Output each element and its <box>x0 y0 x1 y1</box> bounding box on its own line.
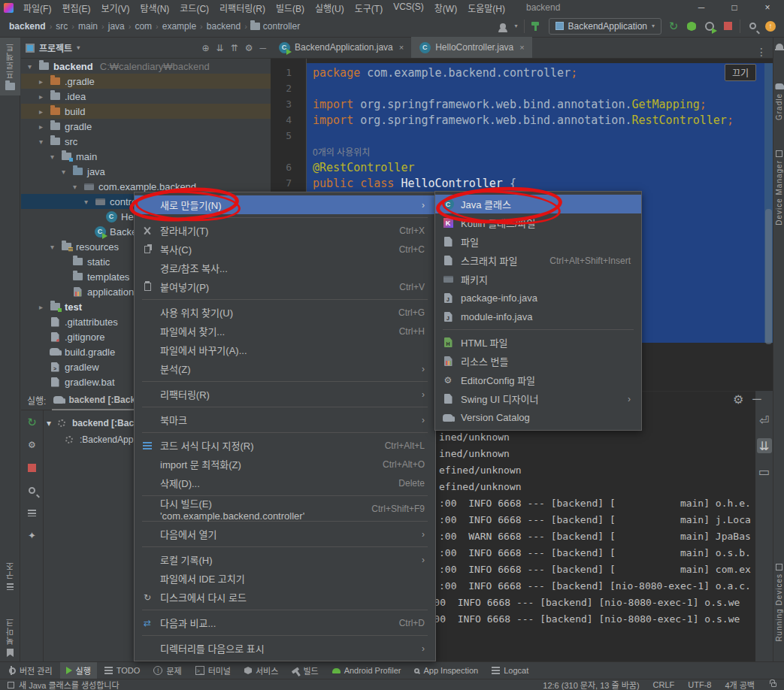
context-menu-item[interactable]: 다시 빌드(E) 'com.example.backend.controller… <box>135 499 435 518</box>
locate-file-button[interactable]: ⊕ <box>202 43 210 53</box>
breadcrumb-item[interactable]: example <box>161 21 198 32</box>
toolwindow-button-android-profiler[interactable]: Android Profiler <box>326 664 407 677</box>
submenu-item[interactable]: 리소스 번들 <box>435 352 641 371</box>
stripe-project-button[interactable]: 프로젝트 <box>0 38 20 95</box>
console-settings-icon[interactable]: ⚙ <box>733 392 743 407</box>
panel-options-button[interactable]: ⚙ <box>245 43 253 53</box>
update-available-icon[interactable]: ↑ <box>764 20 776 32</box>
context-menu-item[interactable]: 잘라내기(T)Ctrl+X <box>135 221 435 240</box>
search-everywhere-button[interactable] <box>746 20 758 32</box>
context-menu-item[interactable]: 다음에서 열기› <box>135 525 435 543</box>
stop-button[interactable] <box>722 20 734 32</box>
menubar-item[interactable]: 코드(C) <box>174 0 214 16</box>
stripe-device-manager-button[interactable]: Device Manager <box>773 150 784 225</box>
breadcrumb-item[interactable]: backend <box>205 21 242 32</box>
caret-position[interactable]: 12:6 (310 문자, 13 줄 바꿈) <box>543 679 639 690</box>
tree-row[interactable]: ▾main <box>21 149 271 164</box>
context-menu-item[interactable]: 리팩터링(R)› <box>135 385 435 404</box>
tree-row[interactable]: ▸build <box>21 104 271 119</box>
context-menu-item[interactable]: 파일에서 찾기...Ctrl+H <box>135 322 435 340</box>
submenu-item[interactable]: Swing UI 디자이너› <box>435 389 641 408</box>
layout-button[interactable] <box>26 507 38 519</box>
tree-chevron[interactable]: ▾ <box>48 243 56 251</box>
menubar-item[interactable]: 실행(U) <box>310 0 350 16</box>
indent-indicator[interactable]: 4개 공백 <box>725 679 755 690</box>
tab-close-icon[interactable]: × <box>519 43 524 52</box>
toolwindow-button--[interactable]: 실행 <box>60 662 97 679</box>
breadcrumb-item[interactable]: src <box>54 21 69 32</box>
menubar-item[interactable]: 리팩터링(R) <box>214 0 271 16</box>
breadcrumb-item[interactable]: main <box>77 21 99 32</box>
tree-row[interactable]: ▸.gradle <box>21 74 271 89</box>
menubar-item[interactable]: 탐색(N) <box>135 0 175 16</box>
submenu-item[interactable]: KKotlin 클래스/파일 <box>435 213 641 232</box>
tree-row[interactable]: ▾src <box>21 134 271 149</box>
menubar-item[interactable]: 보기(V) <box>95 0 135 16</box>
toolwindow-button--[interactable]: 빌드 <box>286 662 324 679</box>
context-menu-item[interactable]: 경로/참조 복사... <box>135 259 435 277</box>
editor-tab[interactable]: CHelloController.java× <box>411 37 532 58</box>
soft-wrap-button[interactable]: ⏎ <box>757 413 772 428</box>
breadcrumb-item[interactable]: java <box>107 21 126 32</box>
tree-chevron[interactable]: ▸ <box>37 303 45 311</box>
tree-chevron[interactable]: ▸ <box>37 77 45 86</box>
menubar-item[interactable]: 파일(F) <box>18 0 56 16</box>
toolwindow-button--[interactable]: >_터미널 <box>189 662 237 679</box>
hide-panel-button[interactable]: ─ <box>259 43 266 53</box>
context-menu-item[interactable]: ↻디스크에서 다시 로드 <box>135 588 435 607</box>
menubar-item[interactable]: 도움말(H) <box>462 0 510 16</box>
context-menu-item[interactable]: 사용 위치 찾기(U)Ctrl+G <box>135 303 435 322</box>
tree-row[interactable]: ▾java <box>21 164 271 179</box>
context-menu-item[interactable]: 파일에서 바꾸기(A)... <box>135 340 435 359</box>
tree-row[interactable]: ▸gradle <box>21 119 271 134</box>
pin-button[interactable]: ✦ <box>26 529 38 541</box>
submenu-item[interactable]: 패키지 <box>435 270 641 289</box>
tree-chevron[interactable]: ▾ <box>26 62 34 71</box>
minimize-button[interactable]: ─ <box>685 0 718 15</box>
context-menu-item[interactable]: import 문 최적화(Z)Ctrl+Alt+O <box>135 455 435 474</box>
context-menu-item[interactable]: 코드 서식 다시 지정(R)Ctrl+Alt+L <box>135 436 435 455</box>
tree-chevron[interactable]: ▸ <box>37 92 45 101</box>
submenu-item[interactable]: 스크래치 파일Ctrl+Alt+Shift+Insert <box>435 251 641 270</box>
context-menu-item[interactable]: ⇄다음과 비교...Ctrl+D <box>135 613 435 632</box>
maximize-button[interactable]: □ <box>718 0 751 15</box>
rerun-button[interactable]: ↻ <box>667 20 680 32</box>
menubar-item[interactable]: 빌드(B) <box>271 0 310 16</box>
submenu-item[interactable]: CJava 클래스 <box>435 195 641 213</box>
close-button[interactable]: × <box>751 0 784 15</box>
context-menu-item[interactable]: 디렉터리를 다음으로 표시› <box>135 639 435 658</box>
tree-chevron[interactable]: ▸ <box>37 123 45 131</box>
submenu-item[interactable]: ⚙EditorConfig 파일 <box>435 371 641 389</box>
run-settings-button[interactable]: ⚙ <box>26 439 38 451</box>
editor-tab[interactable]: CBackendApplication.java× <box>271 37 411 58</box>
context-menu-item[interactable]: 로컬 기록(H)› <box>135 550 435 569</box>
submenu-item[interactable]: 파일 <box>435 232 641 251</box>
breadcrumb-item[interactable]: controller <box>262 21 301 32</box>
editor-scrollbar[interactable] <box>764 59 773 390</box>
context-menu-item[interactable]: 파일에서 IDE 고치기 <box>135 569 435 588</box>
submenu-item[interactable]: Jpackage-info.java <box>435 289 641 307</box>
toolwindow-button--[interactable]: 서비스 <box>238 662 284 679</box>
menubar-item[interactable]: VCS(S) <box>388 0 429 16</box>
user-dropdown-caret[interactable]: ▾ <box>515 23 518 29</box>
menubar-item[interactable]: 도구(T) <box>350 0 388 16</box>
toolwindow-button-app-inspection[interactable]: App Inspection <box>408 664 484 677</box>
context-menu-item[interactable]: 붙여넣기(P)Ctrl+V <box>135 277 435 296</box>
collapse-all-button[interactable]: ⇈ <box>231 43 238 53</box>
context-menu-item[interactable]: 북마크› <box>135 410 435 429</box>
scroll-to-end-button[interactable]: ⇊ <box>757 438 772 453</box>
clear-console-button[interactable]: ▭ <box>757 464 772 479</box>
menubar-item[interactable]: 창(W) <box>429 0 462 16</box>
expand-all-button[interactable]: ⇊ <box>216 43 224 53</box>
toolwindow-button-logcat[interactable]: Logcat <box>486 664 534 677</box>
tree-row[interactable]: ▾backendC:₩calendiary₩backend <box>21 59 271 74</box>
toolwindow-button--[interactable]: 버전 관리 <box>5 662 59 679</box>
context-menu-item[interactable]: 삭제(D)...Delete <box>135 474 435 492</box>
context-menu-item[interactable]: 새로 만들기(N)› <box>135 195 435 214</box>
project-view-selector[interactable]: 프로젝트 ▾ <box>26 41 80 54</box>
preview-button[interactable] <box>26 484 38 496</box>
submenu-item[interactable]: Version Catalog <box>435 408 641 427</box>
profile-button[interactable] <box>704 20 716 32</box>
run-config-tab[interactable]: backend [:Backe <box>52 391 141 410</box>
banner-dismiss-button[interactable]: 끄기 <box>725 64 756 81</box>
